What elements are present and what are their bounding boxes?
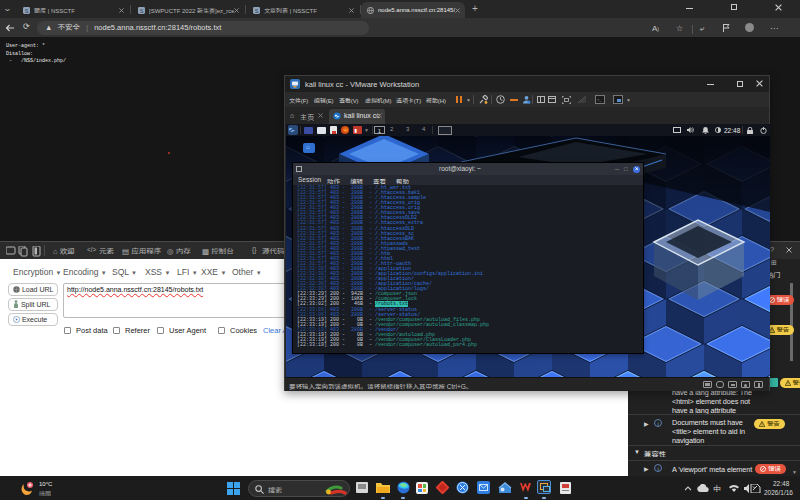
svg-text:S: S (255, 7, 259, 13)
svg-text:S: S (140, 7, 144, 13)
svg-text:S: S (25, 7, 29, 13)
